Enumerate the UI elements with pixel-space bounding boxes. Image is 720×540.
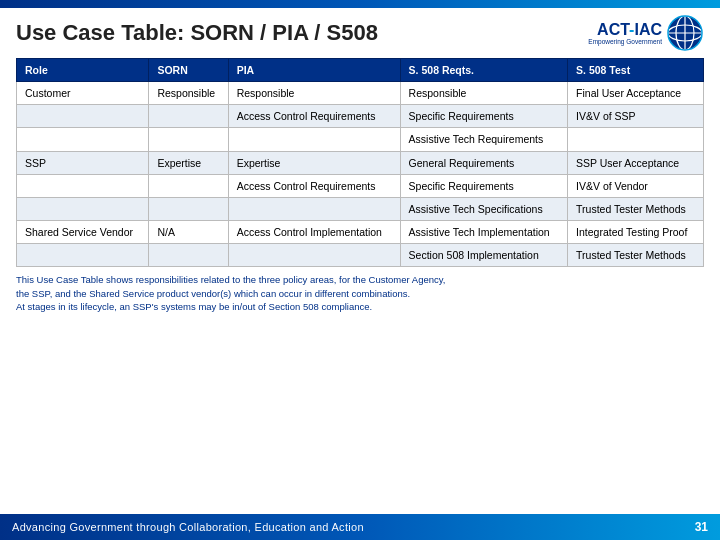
use-case-table: Role SORN PIA S. 508 Reqts. S. 508 Test … [16,58,704,267]
cell-pia: Expertise [228,151,400,174]
table-row: Assistive Tech SpecificationsTrusted Tes… [17,197,704,220]
cell-role [17,128,149,151]
cell-reqts: Assistive Tech Specifications [400,197,567,220]
cell-test: Final User Acceptance [568,82,704,105]
cell-role [17,244,149,267]
cell-test: SSP User Acceptance [568,151,704,174]
cell-reqts: Responsible [400,82,567,105]
cell-sorn: Expertise [149,151,228,174]
cell-sorn: Responsible [149,82,228,105]
cell-reqts: Section 508 Implementation [400,244,567,267]
logo-act: ACT [597,21,629,38]
cell-pia [228,244,400,267]
page-title: Use Case Table: SORN / PIA / S508 [16,20,378,46]
cell-pia: Access Control Requirements [228,174,400,197]
footer-line3: At stages in its lifecycle, an SSP's sys… [16,300,704,313]
cell-role [17,105,149,128]
cell-pia [228,197,400,220]
cell-sorn [149,174,228,197]
cell-reqts: Specific Requirements [400,174,567,197]
cell-sorn [149,105,228,128]
col-header-pia: PIA [228,59,400,82]
table-row: Shared Service VendorN/AAccess Control I… [17,221,704,244]
footer-note: This Use Case Table shows responsibiliti… [0,267,720,317]
bottom-bar-label: Advancing Government through Collaborati… [12,521,364,533]
logo-tagline: Empowering Government [588,38,662,45]
cell-reqts: Assistive Tech Requirements [400,128,567,151]
cell-reqts: Specific Requirements [400,105,567,128]
cell-sorn [149,244,228,267]
page-number: 31 [695,520,708,534]
cell-test: IV&V of Vendor [568,174,704,197]
cell-reqts: Assistive Tech Implementation [400,221,567,244]
table-header-row: Role SORN PIA S. 508 Reqts. S. 508 Test [17,59,704,82]
table-row: CustomerResponsibleResponsibleResponsibl… [17,82,704,105]
table-row: Assistive Tech Requirements [17,128,704,151]
cell-test: Trusted Tester Methods [568,244,704,267]
cell-pia: Responsible [228,82,400,105]
footer-line2: the SSP, and the Shared Service product … [16,287,704,300]
cell-role: Customer [17,82,149,105]
table-row: Section 508 ImplementationTrusted Tester… [17,244,704,267]
table-container: Role SORN PIA S. 508 Reqts. S. 508 Test … [0,58,720,267]
cell-role [17,197,149,220]
cell-sorn: N/A [149,221,228,244]
logo-main-text: ACT-IAC [597,22,662,38]
col-header-test: S. 508 Test [568,59,704,82]
top-bar [0,0,720,8]
table-row: SSPExpertiseExpertiseGeneral Requirement… [17,151,704,174]
cell-role: SSP [17,151,149,174]
table-row: Access Control RequirementsSpecific Requ… [17,174,704,197]
footer-line1: This Use Case Table shows responsibiliti… [16,273,704,286]
logo-area: ACT-IAC Empowering Government [588,14,704,52]
act-iac-logo: ACT-IAC Empowering Government [588,22,662,45]
cell-sorn [149,197,228,220]
cell-test: Trusted Tester Methods [568,197,704,220]
header: Use Case Table: SORN / PIA / S508 ACT-IA… [0,8,720,54]
table-row: Access Control RequirementsSpecific Requ… [17,105,704,128]
cell-sorn [149,128,228,151]
col-header-reqts: S. 508 Reqts. [400,59,567,82]
cell-test [568,128,704,151]
logo-iac: IAC [634,21,662,38]
cell-pia [228,128,400,151]
col-header-role: Role [17,59,149,82]
cell-role: Shared Service Vendor [17,221,149,244]
bottom-bar: Advancing Government through Collaborati… [0,514,720,540]
globe-icon [666,14,704,52]
cell-test: Integrated Testing Proof [568,221,704,244]
cell-pia: Access Control Requirements [228,105,400,128]
cell-pia: Access Control Implementation [228,221,400,244]
cell-reqts: General Requirements [400,151,567,174]
cell-test: IV&V of SSP [568,105,704,128]
cell-role [17,174,149,197]
col-header-sorn: SORN [149,59,228,82]
